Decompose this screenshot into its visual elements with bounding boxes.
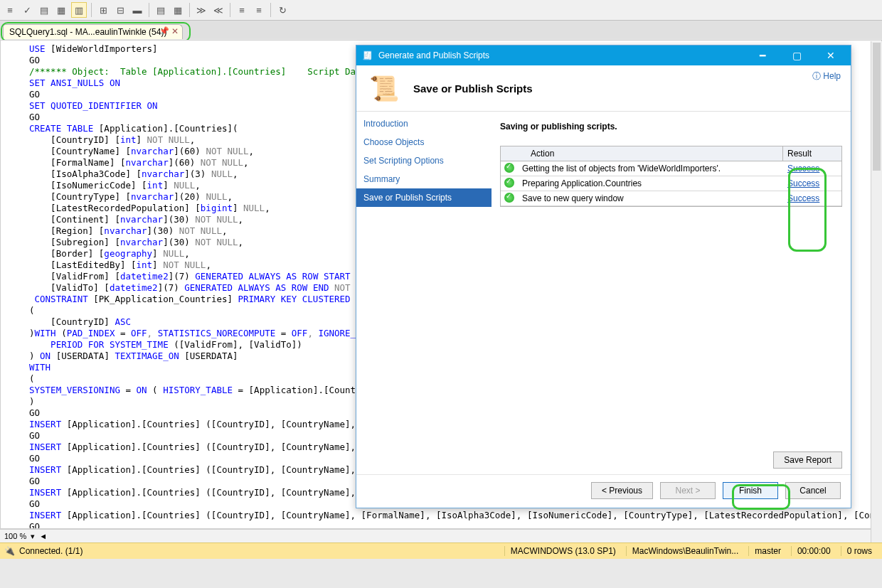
scrollbar-thumb[interactable] [873,43,881,171]
vertical-scrollbar[interactable] [871,41,882,542]
tool-btn-8[interactable]: ▬ [130,3,144,17]
nav-item-introduction[interactable]: Introduction [356,114,492,133]
col-result: Result [783,146,841,161]
status-server: MACWINDOWS (13.0 SP1) [504,546,622,556]
document-tabs: SQLQuery1.sql - MA...eaulinTwinkle (54))… [0,21,882,39]
previous-button[interactable]: < Previous [591,482,653,499]
toolbar-separator [149,3,149,17]
tool-btn-10[interactable]: ▦ [171,3,185,17]
success-icon [504,193,514,203]
nav-item-set-scripting-options[interactable]: Set Scripting Options [356,151,492,170]
file-tab-active[interactable]: SQLQuery1.sql - MA...eaulinTwinkle (54))… [3,24,183,39]
tool-btn-4[interactable]: ▦ [54,3,68,17]
outdent-btn[interactable]: ≪ [211,3,225,17]
result-row: Preparing Application.CountriesSuccess [501,176,841,191]
file-tab-label: SQLQuery1.sql - MA...eaulinTwinkle (54)) [9,27,166,37]
status-user: MacWindows\BeaulinTwin... [626,546,744,556]
status-connection: Connected. (1/1) [19,546,83,556]
secondary-toolbar: ≡ ✓ ▤ ▦ ▥ ⊞ ⊟ ▬ ▤ ▦ ≫ ≪ ≡ ≡ ↻ [0,0,882,21]
dialog-header: 📜 Save or Publish Scripts [356,65,851,112]
tool-btn-6[interactable]: ⊞ [96,3,110,17]
tool-btn-2[interactable]: ✓ [20,3,34,17]
result-row: Save to new query windowSuccess [501,191,841,206]
status-duration: 00:00:00 [791,546,836,556]
dialog-title-text: Generate and Publish Scripts [378,50,489,60]
help-icon: ⓘ [812,71,823,81]
dialog-subheading: Saving or publishing scripts. [500,122,842,132]
result-action: Getting the list of objects from 'WideWo… [518,161,783,176]
finish-button[interactable]: Finish [723,482,778,499]
close-icon[interactable]: ✕ [171,26,179,36]
dialog-button-row: < Previous Next > Finish Cancel [356,474,851,508]
dialog-main: ⓘ Help Saving or publishing scripts. Act… [492,112,851,474]
generate-scripts-dialog: 🧾 Generate and Publish Scripts ━ ▢ ✕ 📜 S… [356,45,851,508]
success-icon [504,178,514,188]
success-icon [504,163,514,173]
dialog-title-icon: 🧾 [362,50,373,60]
cancel-button[interactable]: Cancel [785,482,841,499]
status-rows: 0 rows [841,546,878,556]
next-button: Next > [660,482,716,499]
result-action: Save to new query window [518,191,783,205]
toolbar-separator [270,3,271,17]
hscroll-left-icon[interactable]: ◄ [39,532,47,540]
results-header-row: Action Result [501,146,841,161]
status-database: master [748,546,787,556]
nav-item-summary[interactable]: Summary [356,170,492,188]
col-action: Action [526,146,783,161]
pin-icon[interactable]: 📌 [159,26,169,36]
result-status: Success [783,191,841,205]
tool-btn-7[interactable]: ⊟ [113,3,127,17]
tool-btn-1[interactable]: ≡ [3,3,17,17]
close-button[interactable]: ✕ [817,50,845,61]
dialog-body: IntroductionChoose ObjectsSet Scripting … [356,112,851,474]
uncomment-btn[interactable]: ≡ [252,3,266,17]
connection-icon: 🔌 [4,546,15,556]
result-status: Success [783,176,841,191]
script-icon: 📜 [366,71,402,105]
result-row: Getting the list of objects from 'WideWo… [501,161,841,176]
save-report-button[interactable]: Save Report [773,451,842,469]
dialog-heading: Save or Publish Scripts [413,82,533,95]
minimize-button[interactable]: ━ [748,50,777,61]
nav-item-save-or-publish-scripts[interactable]: Save or Publish Scripts [356,188,492,207]
toolbar-separator [189,3,190,17]
result-status: Success [783,161,841,176]
dialog-titlebar[interactable]: 🧾 Generate and Publish Scripts ━ ▢ ✕ [356,46,851,65]
zoom-bar: 100 % ▾ ◄ [0,529,882,542]
comment-btn[interactable]: ≡ [235,3,249,17]
indent-btn[interactable]: ≫ [194,3,208,17]
dialog-nav: IntroductionChoose ObjectsSet Scripting … [356,112,492,474]
zoom-dropdown-icon[interactable]: ▾ [31,532,35,541]
toolbar-separator [230,3,230,17]
maximize-button[interactable]: ▢ [782,50,811,61]
refresh-btn[interactable]: ↻ [275,3,289,17]
tool-btn-3[interactable]: ▤ [37,3,51,17]
help-link[interactable]: ⓘ Help [812,70,841,82]
nav-item-choose-objects[interactable]: Choose Objects [356,133,492,151]
status-bar: 🔌 Connected. (1/1) MACWINDOWS (13.0 SP1)… [0,542,882,559]
results-table: Action Result Getting the list of object… [500,146,842,207]
toolbar-separator [91,3,92,17]
result-action: Preparing Application.Countries [518,176,783,191]
tool-btn-9[interactable]: ▤ [154,3,168,17]
tool-btn-5[interactable]: ▥ [71,2,87,18]
zoom-value[interactable]: 100 % [4,532,26,540]
